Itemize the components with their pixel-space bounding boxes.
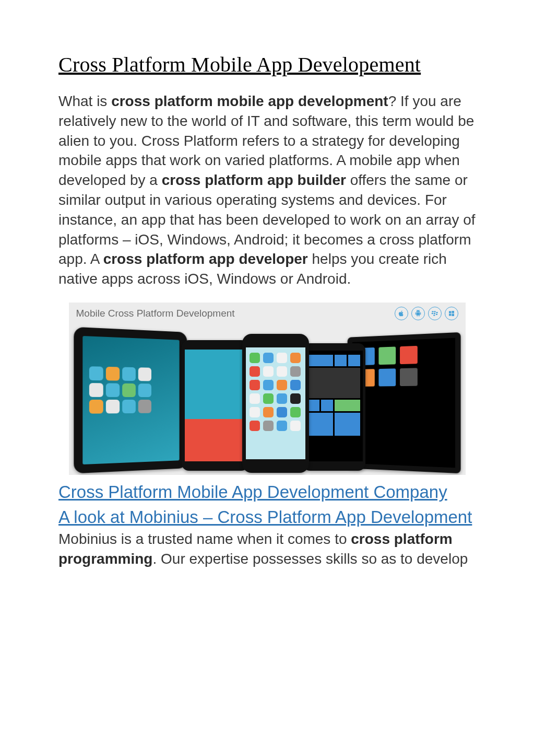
windows-icon — [445, 307, 458, 320]
svg-point-1 — [434, 311, 436, 312]
text-run: . Our expertise possesses skills so as t… — [152, 551, 468, 567]
figure-caption: Mobile Cross Platform Development — [76, 308, 395, 319]
figure-body — [69, 323, 466, 475]
text-run: What is — [58, 93, 111, 109]
link-text: Cross Platform Mobile App Development Co… — [58, 482, 447, 502]
link-text: A look at Mobinius – Cross Platform App … — [58, 507, 472, 527]
intro-paragraph: What is cross platform mobile app develo… — [58, 91, 476, 289]
svg-point-5 — [433, 315, 435, 316]
link-heading-mobinius[interactable]: A look at Mobinius – Cross Platform App … — [58, 505, 476, 529]
bold-term: cross platform app developer — [103, 251, 308, 267]
page-title: Cross Platform Mobile App Developement — [58, 52, 476, 77]
svg-rect-7 — [449, 311, 452, 313]
bold-term: cross platform app builder — [162, 172, 346, 188]
iphone — [242, 334, 309, 473]
svg-point-4 — [436, 312, 438, 313]
svg-point-0 — [432, 311, 434, 312]
blackberry-icon — [428, 307, 442, 320]
apple-icon — [395, 307, 408, 320]
os-icon-row — [395, 307, 458, 320]
android-phone — [182, 340, 248, 471]
devices-figure: Mobile Cross Platform Development — [69, 303, 466, 475]
svg-rect-9 — [449, 313, 452, 316]
windows-phone — [303, 343, 365, 471]
svg-point-3 — [433, 313, 435, 315]
document-page: Cross Platform Mobile App Developement W… — [0, 0, 534, 590]
svg-point-6 — [435, 313, 437, 315]
text-run: Mobinius is a trusted name when it comes… — [58, 531, 351, 547]
svg-point-2 — [431, 313, 433, 315]
svg-rect-8 — [452, 311, 454, 313]
android-icon — [411, 307, 425, 320]
link-heading-company[interactable]: Cross Platform Mobile App Development Co… — [58, 480, 476, 504]
bold-term: cross platform mobile app development — [111, 93, 388, 109]
tablet-left — [74, 327, 187, 474]
svg-rect-10 — [452, 313, 454, 316]
figure-header: Mobile Cross Platform Development — [69, 303, 466, 323]
body-paragraph: Mobinius is a trusted name when it comes… — [58, 529, 476, 569]
